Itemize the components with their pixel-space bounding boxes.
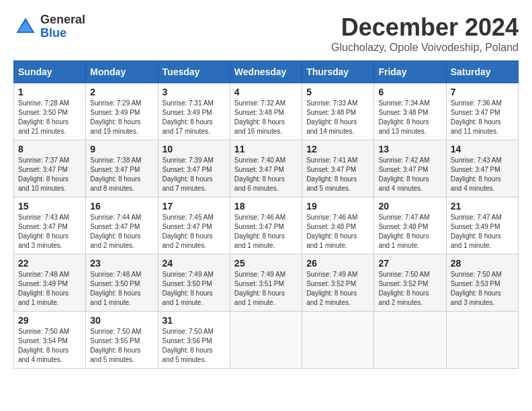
- day-info: Sunrise: 7:41 AM Sunset: 3:47 PM Dayligh…: [306, 156, 369, 193]
- day-info: Sunrise: 7:49 AM Sunset: 3:51 PM Dayligh…: [234, 270, 298, 308]
- day-info: Sunrise: 7:49 AM Sunset: 3:50 PM Dayligh…: [163, 270, 226, 308]
- day-info: Sunrise: 7:32 AM Sunset: 3:48 PM Dayligh…: [234, 99, 298, 136]
- day-info: Sunrise: 7:38 AM Sunset: 3:47 PM Dayligh…: [90, 156, 153, 193]
- day-number: 17: [163, 201, 226, 212]
- calendar-cell: 20 Sunrise: 7:47 AM Sunset: 3:48 PM Dayl…: [374, 197, 446, 255]
- day-info: Sunrise: 7:37 AM Sunset: 3:47 PM Dayligh…: [18, 156, 81, 193]
- logo-text: General Blue: [40, 13, 85, 40]
- calendar-cell: 1 Sunrise: 7:28 AM Sunset: 3:50 PM Dayli…: [14, 83, 86, 140]
- day-number: 22: [18, 258, 81, 269]
- day-info: Sunrise: 7:45 AM Sunset: 3:47 PM Dayligh…: [163, 213, 226, 250]
- column-header-wednesday: Wednesday: [230, 61, 302, 83]
- calendar-body: 1 Sunrise: 7:28 AM Sunset: 3:50 PM Dayli…: [14, 83, 519, 369]
- calendar-cell: 29 Sunrise: 7:50 AM Sunset: 3:54 PM Dayl…: [14, 312, 86, 369]
- day-info: Sunrise: 7:50 AM Sunset: 3:56 PM Dayligh…: [163, 327, 226, 365]
- day-number: 30: [90, 315, 153, 326]
- day-info: Sunrise: 7:31 AM Sunset: 3:49 PM Dayligh…: [163, 99, 226, 136]
- calendar-week-row: 15 Sunrise: 7:43 AM Sunset: 3:47 PM Dayl…: [14, 197, 519, 255]
- location-subtitle: Glucholazy, Opole Voivodeship, Poland: [331, 42, 519, 54]
- day-info: Sunrise: 7:50 AM Sunset: 3:54 PM Dayligh…: [18, 327, 81, 365]
- day-number: 9: [90, 144, 153, 154]
- calendar-table: SundayMondayTuesdayWednesdayThursdayFrid…: [13, 60, 519, 369]
- day-info: Sunrise: 7:39 AM Sunset: 3:47 PM Dayligh…: [163, 156, 226, 193]
- day-number: 18: [234, 201, 298, 212]
- column-header-saturday: Saturday: [446, 61, 518, 83]
- column-header-thursday: Thursday: [302, 61, 374, 83]
- day-number: 31: [163, 315, 226, 326]
- day-number: 12: [306, 144, 369, 154]
- day-number: 20: [378, 201, 441, 212]
- calendar-cell: 18 Sunrise: 7:46 AM Sunset: 3:47 PM Dayl…: [230, 197, 302, 255]
- day-info: Sunrise: 7:34 AM Sunset: 3:48 PM Dayligh…: [378, 99, 441, 136]
- column-header-tuesday: Tuesday: [158, 61, 230, 83]
- calendar-cell: 14 Sunrise: 7:43 AM Sunset: 3:47 PM Dayl…: [446, 140, 518, 197]
- column-header-friday: Friday: [374, 61, 446, 83]
- calendar-cell: 4 Sunrise: 7:32 AM Sunset: 3:48 PM Dayli…: [230, 83, 302, 140]
- day-number: 7: [451, 87, 514, 97]
- day-number: 13: [378, 144, 441, 154]
- day-number: 6: [378, 87, 441, 97]
- day-number: 5: [306, 87, 369, 97]
- calendar-cell: 7 Sunrise: 7:36 AM Sunset: 3:47 PM Dayli…: [446, 83, 518, 140]
- day-info: Sunrise: 7:47 AM Sunset: 3:48 PM Dayligh…: [378, 213, 441, 250]
- column-header-monday: Monday: [86, 61, 158, 83]
- day-number: 26: [306, 258, 369, 269]
- day-info: Sunrise: 7:48 AM Sunset: 3:50 PM Dayligh…: [90, 270, 153, 308]
- day-number: 16: [90, 201, 153, 212]
- day-number: 29: [18, 315, 81, 326]
- calendar-cell: [446, 312, 518, 369]
- calendar-cell: 12 Sunrise: 7:41 AM Sunset: 3:47 PM Dayl…: [302, 140, 374, 197]
- calendar-cell: 19 Sunrise: 7:46 AM Sunset: 3:48 PM Dayl…: [302, 197, 374, 255]
- calendar-cell: [302, 312, 374, 369]
- calendar-cell: [374, 312, 446, 369]
- calendar-cell: 31 Sunrise: 7:50 AM Sunset: 3:56 PM Dayl…: [158, 312, 230, 369]
- calendar-cell: 3 Sunrise: 7:31 AM Sunset: 3:49 PM Dayli…: [158, 83, 230, 140]
- calendar-cell: 13 Sunrise: 7:42 AM Sunset: 3:47 PM Dayl…: [374, 140, 446, 197]
- day-info: Sunrise: 7:28 AM Sunset: 3:50 PM Dayligh…: [18, 99, 81, 136]
- day-number: 1: [18, 87, 81, 97]
- day-info: Sunrise: 7:43 AM Sunset: 3:47 PM Dayligh…: [18, 213, 81, 250]
- day-info: Sunrise: 7:29 AM Sunset: 3:49 PM Dayligh…: [90, 99, 153, 136]
- calendar-week-row: 22 Sunrise: 7:48 AM Sunset: 3:49 PM Dayl…: [14, 255, 519, 312]
- page-header: General Blue December 2024 Glucholazy, O…: [13, 13, 519, 54]
- day-number: 4: [234, 87, 298, 97]
- day-number: 23: [90, 258, 153, 269]
- calendar-cell: 16 Sunrise: 7:44 AM Sunset: 3:47 PM Dayl…: [86, 197, 158, 255]
- day-number: 28: [451, 258, 514, 269]
- calendar-week-row: 29 Sunrise: 7:50 AM Sunset: 3:54 PM Dayl…: [14, 312, 519, 369]
- day-info: Sunrise: 7:43 AM Sunset: 3:47 PM Dayligh…: [451, 156, 514, 193]
- calendar-cell: 28 Sunrise: 7:50 AM Sunset: 3:53 PM Dayl…: [446, 255, 518, 312]
- day-number: 24: [163, 258, 226, 269]
- calendar-week-row: 8 Sunrise: 7:37 AM Sunset: 3:47 PM Dayli…: [14, 140, 519, 197]
- column-header-sunday: Sunday: [14, 61, 86, 83]
- day-info: Sunrise: 7:50 AM Sunset: 3:55 PM Dayligh…: [90, 327, 153, 365]
- day-info: Sunrise: 7:50 AM Sunset: 3:52 PM Dayligh…: [378, 270, 441, 308]
- day-number: 11: [234, 144, 298, 154]
- calendar-header-row: SundayMondayTuesdayWednesdayThursdayFrid…: [14, 61, 519, 83]
- month-title: December 2024: [331, 13, 519, 42]
- logo-icon: [13, 15, 38, 39]
- logo: General Blue: [13, 13, 85, 40]
- calendar-week-row: 1 Sunrise: 7:28 AM Sunset: 3:50 PM Dayli…: [14, 83, 519, 140]
- calendar-cell: 26 Sunrise: 7:49 AM Sunset: 3:52 PM Dayl…: [302, 255, 374, 312]
- day-info: Sunrise: 7:49 AM Sunset: 3:52 PM Dayligh…: [306, 270, 369, 308]
- calendar-cell: 5 Sunrise: 7:33 AM Sunset: 3:48 PM Dayli…: [302, 83, 374, 140]
- day-number: 3: [163, 87, 226, 97]
- day-number: 8: [18, 144, 81, 154]
- calendar-cell: 9 Sunrise: 7:38 AM Sunset: 3:47 PM Dayli…: [86, 140, 158, 197]
- calendar-cell: 15 Sunrise: 7:43 AM Sunset: 3:47 PM Dayl…: [14, 197, 86, 255]
- day-number: 10: [163, 144, 226, 154]
- day-info: Sunrise: 7:44 AM Sunset: 3:47 PM Dayligh…: [90, 213, 153, 250]
- day-info: Sunrise: 7:50 AM Sunset: 3:53 PM Dayligh…: [451, 270, 514, 308]
- calendar-cell: 17 Sunrise: 7:45 AM Sunset: 3:47 PM Dayl…: [158, 197, 230, 255]
- day-info: Sunrise: 7:47 AM Sunset: 3:49 PM Dayligh…: [451, 213, 514, 250]
- day-info: Sunrise: 7:42 AM Sunset: 3:47 PM Dayligh…: [378, 156, 441, 193]
- day-info: Sunrise: 7:48 AM Sunset: 3:49 PM Dayligh…: [18, 270, 81, 308]
- title-section: December 2024 Glucholazy, Opole Voivodes…: [331, 13, 519, 54]
- calendar-cell: 11 Sunrise: 7:40 AM Sunset: 3:47 PM Dayl…: [230, 140, 302, 197]
- day-info: Sunrise: 7:46 AM Sunset: 3:47 PM Dayligh…: [234, 213, 298, 250]
- calendar-cell: 23 Sunrise: 7:48 AM Sunset: 3:50 PM Dayl…: [86, 255, 158, 312]
- day-number: 27: [378, 258, 441, 269]
- calendar-cell: 24 Sunrise: 7:49 AM Sunset: 3:50 PM Dayl…: [158, 255, 230, 312]
- calendar-cell: 6 Sunrise: 7:34 AM Sunset: 3:48 PM Dayli…: [374, 83, 446, 140]
